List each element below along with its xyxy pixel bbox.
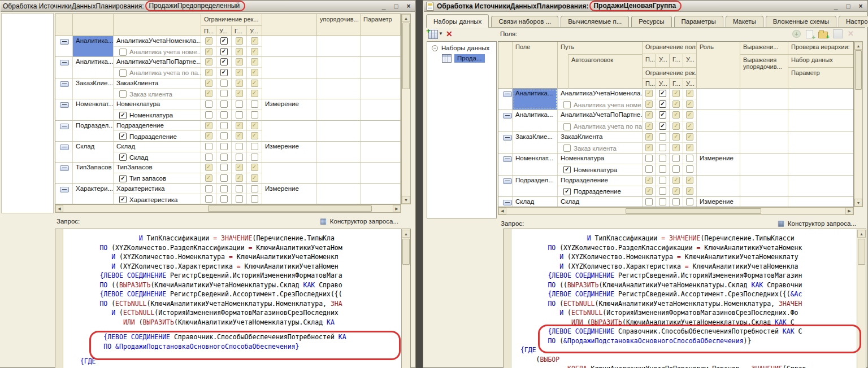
role-cell[interactable] <box>697 132 740 153</box>
minimize-button[interactable]: _ <box>832 2 840 10</box>
path-cell[interactable]: АналитикаУчетаПоПартне...Аналитика учета… <box>558 110 643 131</box>
checkbox[interactable]: ✓ <box>251 69 258 76</box>
checkbox[interactable]: ✓ <box>236 132 243 139</box>
checkbox[interactable] <box>659 165 666 173</box>
collapse-row-button[interactable] <box>60 102 69 108</box>
checkbox[interactable] <box>205 100 212 108</box>
checkbox[interactable]: ✓ <box>251 48 258 55</box>
add-folder-icon[interactable] <box>818 32 828 38</box>
extra-cell[interactable] <box>740 154 788 174</box>
scroll-down-icon[interactable]: ▼ <box>854 199 862 207</box>
checkbox[interactable] <box>563 144 571 152</box>
close-button[interactable]: × <box>405 2 413 10</box>
checkbox[interactable]: ✓ <box>251 132 258 139</box>
extra-cell[interactable] <box>740 110 788 131</box>
checkbox[interactable] <box>563 101 571 108</box>
checkbox[interactable] <box>686 155 693 162</box>
path-cell[interactable]: Номенклатура✓Номенклатура <box>558 154 643 174</box>
checkbox[interactable]: ✓ <box>251 58 258 65</box>
checkbox[interactable]: ✓ <box>205 58 212 65</box>
tab-1[interactable]: Связи наборов ... <box>491 16 558 27</box>
table-group-row[interactable]: Аналитика...АналитикаУчетаПоПартне...Ана… <box>55 57 401 78</box>
left-query-editor[interactable]: И ТипКлассификации = ЗНАЧЕНИЕ(Перечислен… <box>55 229 411 368</box>
column-header-check-u1[interactable]: У... <box>216 26 232 36</box>
checkbox[interactable] <box>119 49 127 56</box>
maximize-button[interactable]: □ <box>844 2 852 10</box>
checkbox[interactable] <box>220 143 228 150</box>
checkbox[interactable]: ✓ <box>659 122 666 130</box>
extra-cell[interactable] <box>317 184 361 204</box>
collapse-row-button[interactable] <box>503 91 512 97</box>
checkbox[interactable]: ✓ <box>659 100 666 108</box>
close-button[interactable]: × <box>857 2 865 10</box>
checkbox[interactable] <box>686 165 693 173</box>
checkbox[interactable]: ✓ <box>251 164 258 171</box>
collapse-row-button[interactable] <box>60 165 69 171</box>
column-header-ordering[interactable]: упорядочив... <box>317 14 361 36</box>
checkbox[interactable] <box>220 185 228 192</box>
tab-5[interactable]: Макеты <box>726 16 763 27</box>
left-query-constructor-button[interactable]: ▦ Конструктор запроса... <box>320 217 398 225</box>
checkbox[interactable] <box>220 111 228 119</box>
role-cell[interactable]: Измерение <box>697 154 740 174</box>
role-cell[interactable] <box>697 89 740 109</box>
column-header-record-restriction[interactable]: Ограничение рек... <box>201 14 262 26</box>
checkbox[interactable]: ✓ <box>686 90 693 97</box>
checkbox[interactable] <box>251 185 258 192</box>
column-header-check-u3[interactable]: У... <box>656 78 670 89</box>
table-group-row[interactable]: Аналитика...АналитикаУчетаПоПартне...Ана… <box>498 110 853 132</box>
collapse-node-icon[interactable]: − <box>432 45 438 51</box>
right-query-scrollbar[interactable]: ▲ <box>857 229 866 368</box>
extra-cell[interactable] <box>788 110 853 131</box>
checkbox[interactable] <box>645 165 653 173</box>
extra-cell[interactable] <box>317 121 361 141</box>
checkbox[interactable]: ✓ <box>686 111 693 119</box>
checkbox[interactable]: ✓ <box>205 122 212 129</box>
checkbox[interactable] <box>251 111 258 119</box>
checkbox[interactable] <box>659 187 666 195</box>
checkbox[interactable]: ✓ <box>659 90 666 97</box>
minimize-button[interactable]: _ <box>380 2 388 10</box>
checkbox[interactable] <box>251 143 258 150</box>
checkbox[interactable]: ✓ <box>119 133 127 140</box>
checkbox[interactable]: ✓ <box>205 174 212 182</box>
checkbox[interactable]: ✓ <box>672 122 680 130</box>
extra-cell[interactable] <box>740 132 788 153</box>
field-cell[interactable]: Аналитика... <box>513 89 558 109</box>
checkbox[interactable]: ✓ <box>236 48 243 55</box>
tab-6[interactable]: Вложенные схемы <box>766 16 836 27</box>
extra-cell[interactable] <box>361 163 401 183</box>
checkbox[interactable]: ✓ <box>672 144 680 151</box>
checkbox[interactable]: ✓ <box>645 90 653 97</box>
checkbox[interactable] <box>672 198 680 205</box>
extra-cell[interactable] <box>317 78 361 99</box>
extra-cell[interactable] <box>317 36 361 56</box>
table-group-row[interactable]: Аналитика...АналитикаУчетаНоменкла...Ана… <box>55 36 401 57</box>
scroll-up-icon[interactable]: ▲ <box>402 14 410 22</box>
checkbox[interactable]: ✓ <box>205 164 212 171</box>
path-cell[interactable]: Склад✓Склад <box>558 197 643 207</box>
field-cell[interactable]: Номенклат... <box>73 99 114 120</box>
checkbox[interactable] <box>220 100 228 108</box>
checkbox[interactable]: ✓ <box>251 37 258 45</box>
scroll-up-icon[interactable]: ▲ <box>854 42 862 50</box>
column-header-field[interactable]: Поле <box>513 42 558 89</box>
checkbox[interactable]: ✓ <box>205 132 212 139</box>
checkbox[interactable]: ✓ <box>205 69 212 76</box>
checkbox[interactable]: ✓ <box>119 154 127 161</box>
checkbox[interactable]: ✓ <box>205 80 212 87</box>
checkbox[interactable] <box>205 185 212 192</box>
left-table-horizontal-scrollbar[interactable]: ◀ ▶ <box>55 204 401 213</box>
checkbox[interactable] <box>236 143 243 150</box>
checkbox[interactable]: ✓ <box>645 144 653 151</box>
maximize-button[interactable]: □ <box>392 2 400 10</box>
path-cell[interactable]: ЗаказКлиентаЗаказ клиента <box>558 132 643 153</box>
checkbox[interactable] <box>220 174 228 182</box>
checkbox[interactable]: ✓ <box>686 144 693 151</box>
right-window-titlebar[interactable]: Обработка ИсточникиДанныхПланирования: П… <box>424 1 867 12</box>
checkbox[interactable] <box>672 155 680 162</box>
collapse-row-button[interactable] <box>60 144 69 150</box>
column-header-autoheader[interactable]: Автозаголовок <box>568 54 643 89</box>
checkbox[interactable] <box>563 123 571 130</box>
path-cell[interactable]: Подразделение✓Подразделение <box>558 176 643 196</box>
